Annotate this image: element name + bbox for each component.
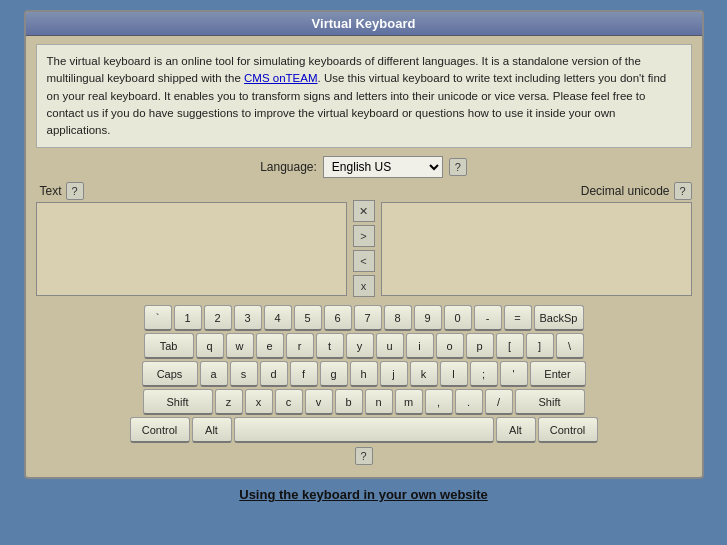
footer-link[interactable]: Using the keyboard in your own website — [239, 487, 488, 502]
key-minus[interactable]: - — [474, 305, 502, 331]
key-0[interactable]: 0 — [444, 305, 472, 331]
main-window: Virtual Keyboard The virtual keyboard is… — [24, 10, 704, 479]
to-unicode-button[interactable]: > — [353, 225, 375, 247]
unicode-help-button[interactable]: ? — [674, 182, 692, 200]
language-help-button[interactable]: ? — [449, 158, 467, 176]
key-shift-left[interactable]: Shift — [143, 389, 213, 415]
key-i[interactable]: i — [406, 333, 434, 359]
key-e[interactable]: e — [256, 333, 284, 359]
key-lbracket[interactable]: [ — [496, 333, 524, 359]
key-row-2: Tab q w e r t y u i o p [ ] \ — [36, 333, 692, 359]
key-backtick[interactable]: ` — [144, 305, 172, 331]
key-6[interactable]: 6 — [324, 305, 352, 331]
unicode-area-wrap: Decimal unicode ? — [381, 182, 692, 296]
key-h[interactable]: h — [350, 361, 378, 387]
key-8[interactable]: 8 — [384, 305, 412, 331]
key-t[interactable]: t — [316, 333, 344, 359]
key-g[interactable]: g — [320, 361, 348, 387]
key-5[interactable]: 5 — [294, 305, 322, 331]
key-slash[interactable]: / — [485, 389, 513, 415]
textarea-section: Text ? ✕ > < x Decimal unicode ? — [36, 182, 692, 297]
key-a[interactable]: a — [200, 361, 228, 387]
key-comma[interactable]: , — [425, 389, 453, 415]
key-semicolon[interactable]: ; — [470, 361, 498, 387]
key-row-4: Shift z x c v b n m , . / Shift — [36, 389, 692, 415]
unicode-label: Decimal unicode — [581, 184, 670, 198]
key-alt-right[interactable]: Alt — [496, 417, 536, 443]
key-control-left[interactable]: Control — [130, 417, 190, 443]
cms-link[interactable]: CMS onTEAM — [244, 72, 318, 84]
key-1[interactable]: 1 — [174, 305, 202, 331]
key-4[interactable]: 4 — [264, 305, 292, 331]
key-m[interactable]: m — [395, 389, 423, 415]
to-text-button[interactable]: < — [353, 250, 375, 272]
footer: Using the keyboard in your own website — [239, 487, 488, 502]
text-label-row: Text ? — [40, 182, 347, 200]
key-space[interactable] — [234, 417, 494, 443]
language-row: Language: English US French German Spani… — [26, 156, 702, 178]
key-c[interactable]: c — [275, 389, 303, 415]
keyboard-section: ` 1 2 3 4 5 6 7 8 9 0 - = BackSp Tab q w… — [36, 305, 692, 465]
key-alt-left[interactable]: Alt — [192, 417, 232, 443]
unicode-label-row: Decimal unicode ? — [385, 182, 692, 200]
key-j[interactable]: j — [380, 361, 408, 387]
key-r[interactable]: r — [286, 333, 314, 359]
key-p[interactable]: p — [466, 333, 494, 359]
key-b[interactable]: b — [335, 389, 363, 415]
keyboard-help-row: ? — [36, 447, 692, 465]
key-row-3: Caps a s d f g h j k l ; ' Enter — [36, 361, 692, 387]
key-7[interactable]: 7 — [354, 305, 382, 331]
key-s[interactable]: s — [230, 361, 258, 387]
key-9[interactable]: 9 — [414, 305, 442, 331]
key-n[interactable]: n — [365, 389, 393, 415]
clear-button-bottom[interactable]: x — [353, 275, 375, 297]
key-w[interactable]: w — [226, 333, 254, 359]
key-d[interactable]: d — [260, 361, 288, 387]
unicode-textarea[interactable] — [381, 202, 692, 296]
text-label: Text — [40, 184, 62, 198]
key-tab[interactable]: Tab — [144, 333, 194, 359]
key-row-1: ` 1 2 3 4 5 6 7 8 9 0 - = BackSp — [36, 305, 692, 331]
key-l[interactable]: l — [440, 361, 468, 387]
key-3[interactable]: 3 — [234, 305, 262, 331]
key-control-right[interactable]: Control — [538, 417, 598, 443]
key-2[interactable]: 2 — [204, 305, 232, 331]
description-box: The virtual keyboard is an online tool f… — [36, 44, 692, 148]
key-backslash[interactable]: \ — [556, 333, 584, 359]
key-k[interactable]: k — [410, 361, 438, 387]
text-textarea[interactable] — [36, 202, 347, 296]
key-z[interactable]: z — [215, 389, 243, 415]
key-q[interactable]: q — [196, 333, 224, 359]
key-period[interactable]: . — [455, 389, 483, 415]
key-o[interactable]: o — [436, 333, 464, 359]
key-x[interactable]: x — [245, 389, 273, 415]
window-title: Virtual Keyboard — [312, 16, 416, 31]
key-f[interactable]: f — [290, 361, 318, 387]
language-select[interactable]: English US French German Spanish — [323, 156, 443, 178]
title-bar: Virtual Keyboard — [26, 12, 702, 36]
text-area-wrap: Text ? — [36, 182, 347, 296]
key-u[interactable]: u — [376, 333, 404, 359]
clear-button-top[interactable]: ✕ — [353, 200, 375, 222]
middle-controls: ✕ > < x — [347, 200, 381, 297]
key-backspace[interactable]: BackSp — [534, 305, 584, 331]
key-y[interactable]: y — [346, 333, 374, 359]
key-row-5: Control Alt Alt Control — [36, 417, 692, 443]
key-rbracket[interactable]: ] — [526, 333, 554, 359]
language-label: Language: — [260, 160, 317, 174]
key-enter[interactable]: Enter — [530, 361, 586, 387]
keyboard-help-button[interactable]: ? — [355, 447, 373, 465]
text-help-button[interactable]: ? — [66, 182, 84, 200]
key-shift-right[interactable]: Shift — [515, 389, 585, 415]
key-quote[interactable]: ' — [500, 361, 528, 387]
key-equals[interactable]: = — [504, 305, 532, 331]
key-caps[interactable]: Caps — [142, 361, 198, 387]
key-v[interactable]: v — [305, 389, 333, 415]
